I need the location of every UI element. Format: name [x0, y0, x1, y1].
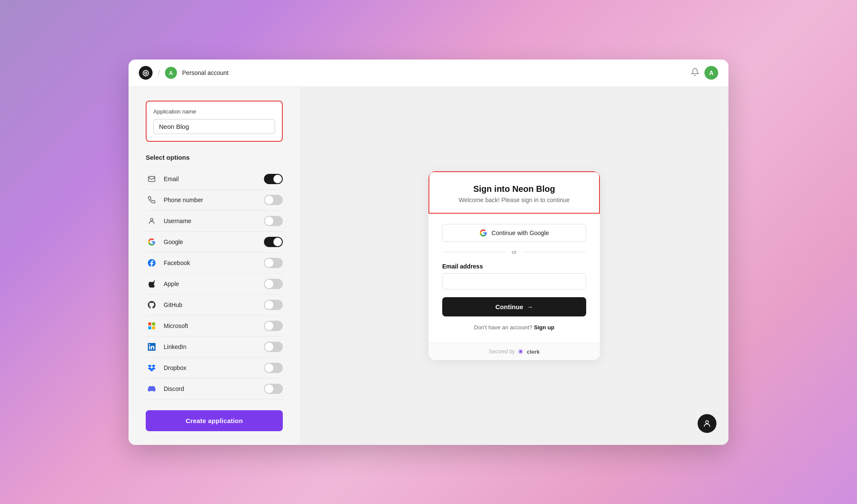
email-address-input[interactable] — [442, 273, 586, 289]
svg-point-5 — [706, 420, 709, 423]
option-discord: Discord — [146, 379, 283, 400]
signin-subtitle: Welcome back! Please sign in to continue — [443, 197, 585, 203]
dropbox-icon — [146, 364, 158, 372]
google-toggle[interactable] — [264, 237, 283, 247]
option-facebook: Facebook — [146, 253, 283, 274]
continue-button[interactable]: Continue → — [442, 297, 586, 316]
signup-link[interactable]: Sign up — [534, 324, 554, 331]
svg-point-1 — [150, 218, 153, 221]
discord-label: Discord — [164, 385, 264, 392]
option-phone: Phone number — [146, 190, 283, 211]
phone-toggle[interactable] — [264, 195, 283, 205]
option-apple: Apple — [146, 274, 283, 295]
user-avatar[interactable]: A — [704, 66, 718, 80]
discord-toggle[interactable] — [264, 384, 283, 394]
phone-icon — [146, 196, 158, 204]
breadcrumb-sep: / — [158, 69, 160, 78]
signup-text: Don't have an account? Sign up — [442, 324, 586, 331]
phone-label: Phone number — [164, 197, 264, 203]
divider: or — [442, 249, 586, 255]
options-list: Email Phone number Username — [146, 169, 283, 400]
topbar: ◎ / A Personal account A — [129, 60, 728, 87]
svg-rect-0 — [149, 176, 155, 182]
secured-bar: Secured by clerk — [428, 343, 600, 360]
app-name-section: Application name — [146, 101, 283, 142]
signin-card: Sign into Neon Blog Welcome back! Please… — [428, 171, 600, 360]
continue-btn-label: Continue — [495, 303, 523, 310]
option-dropbox: Dropbox — [146, 358, 283, 379]
google-label: Google — [164, 239, 264, 245]
email-toggle[interactable] — [264, 174, 283, 184]
account-label: Personal account — [182, 69, 228, 76]
apple-icon — [146, 280, 158, 288]
username-toggle[interactable] — [264, 216, 283, 226]
signin-header: Sign into Neon Blog Welcome back! Please… — [428, 171, 600, 214]
divider-text: or — [512, 249, 517, 255]
logo-icon: ◎ — [142, 68, 149, 78]
apple-toggle[interactable] — [264, 279, 283, 289]
signin-title: Sign into Neon Blog — [443, 184, 585, 194]
signin-body: Continue with Google or Email address Co… — [428, 214, 600, 343]
google-icon — [146, 238, 158, 246]
option-username: Username — [146, 211, 283, 232]
clerk-logo-icon — [517, 348, 524, 355]
notifications-icon[interactable] — [691, 68, 699, 78]
username-label: Username — [164, 218, 264, 224]
content-area: Application name Select options Email — [129, 87, 728, 445]
email-icon — [146, 175, 158, 183]
email-label: Email — [164, 176, 264, 182]
linkedin-label: LinkedIn — [164, 343, 264, 350]
app-name-label: Application name — [153, 108, 275, 115]
signup-prompt: Don't have an account? — [474, 324, 532, 331]
create-application-button[interactable]: Create application — [146, 410, 283, 431]
microsoft-icon — [146, 322, 158, 329]
clerk-logo-text: clerk — [527, 349, 539, 355]
facebook-icon — [146, 259, 158, 267]
facebook-toggle[interactable] — [264, 258, 283, 268]
option-github: GitHub — [146, 295, 283, 316]
apple-label: Apple — [164, 280, 264, 287]
option-google: Google — [146, 232, 283, 253]
left-panel: Application name Select options Email — [129, 87, 300, 445]
divider-line-left — [442, 252, 506, 252]
main-window: ◎ / A Personal account A Application nam… — [129, 60, 728, 445]
email-address-label: Email address — [442, 263, 586, 270]
github-toggle[interactable] — [264, 300, 283, 310]
option-microsoft: Microsoft — [146, 316, 283, 337]
divider-line-right — [522, 252, 586, 252]
discord-icon — [146, 385, 158, 393]
google-btn-label: Continue with Google — [491, 230, 549, 236]
dropbox-label: Dropbox — [164, 364, 264, 371]
option-linkedin: LinkedIn — [146, 337, 283, 358]
github-icon — [146, 301, 158, 309]
select-options-label: Select options — [146, 154, 283, 161]
app-logo: ◎ — [139, 66, 153, 80]
bottom-right-icon[interactable] — [698, 414, 716, 433]
right-panel: Sign into Neon Blog Welcome back! Please… — [300, 87, 728, 445]
microsoft-toggle[interactable] — [264, 321, 283, 331]
facebook-label: Facebook — [164, 259, 264, 266]
github-label: GitHub — [164, 301, 264, 308]
secured-label: Secured by — [488, 349, 515, 355]
linkedin-icon — [146, 343, 158, 351]
microsoft-label: Microsoft — [164, 322, 264, 329]
app-name-input[interactable] — [153, 119, 275, 134]
create-btn-wrap: Create application — [146, 410, 283, 431]
account-icon: A — [165, 67, 177, 79]
linkedin-toggle[interactable] — [264, 342, 283, 352]
svg-point-4 — [520, 351, 521, 352]
google-signin-button[interactable]: Continue with Google — [442, 224, 586, 242]
dropbox-toggle[interactable] — [264, 363, 283, 373]
username-icon — [146, 217, 158, 225]
continue-arrow: → — [527, 303, 533, 310]
option-email: Email — [146, 169, 283, 190]
